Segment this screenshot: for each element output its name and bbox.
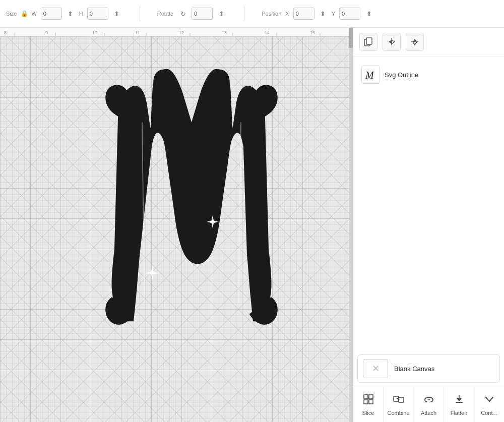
scrollbar-thumb[interactable] (349, 28, 353, 48)
w-label: W (31, 11, 36, 17)
canvas-area[interactable] (0, 28, 353, 422)
svg-rect-24 (366, 38, 372, 44)
size-label: Size (6, 11, 17, 17)
lock-icon: 🔒 (21, 10, 28, 17)
duplicate-button[interactable] (359, 33, 377, 51)
svg-text:M: M (365, 70, 374, 81)
more-button[interactable]: Cont... (474, 387, 504, 422)
combine-icon (393, 393, 405, 408)
combine-button[interactable]: Combine (384, 387, 414, 422)
slice-icon (362, 393, 374, 408)
right-panel: Layers Color Sync (353, 0, 504, 422)
svg-rect-26 (364, 395, 368, 399)
flip-h-button[interactable] (383, 33, 401, 51)
svg-marker-18 (149, 269, 156, 276)
more-label: Cont... (481, 410, 497, 416)
width-stepper[interactable]: ⬍ (65, 8, 76, 19)
size-group: Size 🔒 W ⬍ H ⬍ (6, 8, 122, 20)
more-icon (483, 393, 495, 408)
height-input[interactable] (87, 8, 108, 20)
h-label: H (79, 11, 83, 17)
x-stepper[interactable]: ⬍ (318, 8, 329, 19)
svg-text:12: 12 (179, 30, 184, 35)
layer-name: Svg Outline (385, 71, 418, 79)
x-input[interactable] (293, 8, 314, 20)
position-group: Position X ⬍ Y ⬍ (262, 8, 374, 20)
blank-canvas-x: ✕ (372, 363, 380, 374)
svg-text:13: 13 (222, 30, 227, 35)
position-label: Position (262, 11, 281, 17)
svg-text:8: 8 (4, 30, 7, 35)
sep1 (140, 6, 140, 21)
ruler: 8 9 10 11 12 13 14 15 (0, 28, 353, 37)
canvas-scrollbar[interactable] (349, 28, 353, 422)
svg-rect-28 (364, 400, 368, 404)
flip-v-button[interactable] (406, 33, 424, 51)
attach-icon (423, 393, 435, 408)
bottom-actions: Slice Combine Attach (353, 387, 504, 422)
svg-line-22 (238, 123, 241, 304)
y-stepper[interactable]: ⬍ (363, 8, 374, 19)
svg-rect-32 (456, 402, 463, 403)
attach-button[interactable]: Attach (414, 387, 444, 422)
panel-icons-row (353, 28, 504, 56)
y-label: Y (332, 11, 335, 17)
svg-rect-29 (369, 400, 373, 404)
attach-label: Attach (421, 410, 436, 416)
slice-button[interactable]: Slice (353, 387, 384, 422)
svg-text:10: 10 (92, 30, 97, 35)
svg-text:15: 15 (310, 30, 315, 35)
letter-m-svg[interactable] (101, 68, 282, 345)
rotate-icon[interactable]: ↻ (177, 8, 188, 19)
x-label: X (285, 11, 289, 17)
blank-canvas-label: Blank Canvas (394, 365, 434, 373)
svg-text:14: 14 (265, 30, 270, 35)
rotate-label: Rotate (157, 11, 173, 17)
y-input[interactable] (339, 8, 360, 20)
sep2 (244, 6, 244, 21)
layer-item[interactable]: M Svg Outline (358, 62, 499, 88)
width-input[interactable] (41, 8, 62, 20)
svg-rect-27 (369, 395, 373, 399)
rotate-stepper[interactable]: ⬍ (216, 8, 227, 19)
slice-label: Slice (362, 410, 374, 416)
flatten-button[interactable]: Flatten (444, 387, 474, 422)
flatten-icon (453, 393, 465, 408)
combine-label: Combine (387, 410, 409, 416)
svg-rect-31 (399, 397, 404, 402)
rotate-input[interactable] (192, 8, 213, 20)
blank-canvas-thumbnail: ✕ (363, 359, 388, 378)
blank-canvas-item[interactable]: ✕ Blank Canvas (357, 354, 500, 383)
svg-text:9: 9 (45, 30, 48, 35)
height-stepper[interactable]: ⬍ (111, 8, 122, 19)
svg-text:11: 11 (135, 30, 140, 35)
layers-list[interactable]: M Svg Outline (353, 56, 504, 350)
flatten-label: Flatten (451, 410, 468, 416)
layer-thumbnail: M (361, 66, 380, 84)
rotate-group: Rotate ↻ ⬍ (157, 8, 227, 20)
toolbar: Size 🔒 W ⬍ H ⬍ Rotate ↻ ⬍ Position X ⬍ Y… (0, 0, 504, 28)
